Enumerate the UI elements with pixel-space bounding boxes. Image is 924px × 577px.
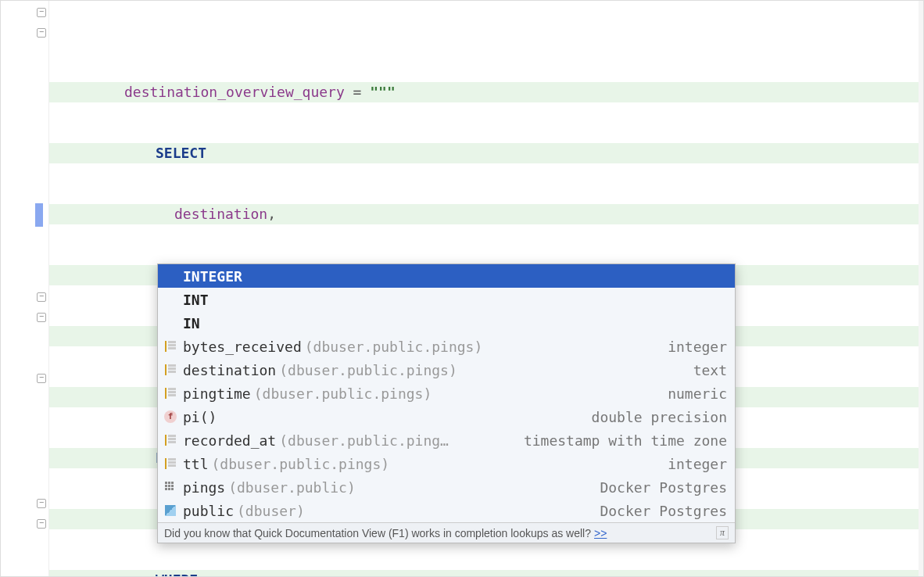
fold-marker[interactable] — [37, 519, 46, 529]
schema-icon — [163, 503, 178, 518]
completion-item[interactable]: ttl (dbuser.public.pings) integer — [158, 452, 735, 475]
pi-icon[interactable]: π — [716, 526, 729, 539]
table-icon — [163, 479, 178, 495]
autocomplete-popup[interactable]: INTEGER INT IN bytes_received (dbuser.pu… — [157, 263, 736, 543]
blank-icon — [163, 268, 178, 284]
column-icon — [163, 432, 178, 448]
fold-marker[interactable] — [37, 374, 46, 383]
function-icon: f — [163, 409, 178, 425]
column-icon — [163, 362, 178, 378]
blank-icon — [163, 292, 178, 307]
fold-marker[interactable] — [37, 8, 46, 17]
code-line: SELECT — [49, 143, 919, 163]
fold-marker[interactable] — [37, 313, 46, 322]
fold-marker[interactable] — [37, 292, 46, 302]
completion-item[interactable]: INT — [158, 288, 735, 311]
completion-item[interactable]: bytes_received (dbuser.public.pings) int… — [158, 335, 735, 358]
completion-item[interactable]: recorded_at (dbuser.public.ping… timesta… — [158, 428, 735, 452]
completion-footer: Did you know that Quick Documentation Vi… — [158, 522, 735, 543]
completion-item[interactable]: f pi() double precision — [158, 405, 735, 428]
fold-marker[interactable] — [37, 28, 46, 38]
fold-marker[interactable] — [37, 499, 46, 508]
blank-icon — [163, 315, 178, 331]
completion-item[interactable]: public (dbuser) Docker Postgres — [158, 499, 735, 522]
column-icon — [163, 339, 178, 354]
footer-link[interactable]: >> — [594, 527, 607, 539]
editor-gutter — [1, 1, 49, 576]
completion-item[interactable]: pingtime (dbuser.public.pings) numeric — [158, 382, 735, 405]
column-icon — [163, 456, 178, 471]
scrollbar[interactable] — [919, 1, 923, 576]
column-icon — [163, 385, 178, 401]
code-line: WHERE — [49, 570, 919, 577]
completion-item[interactable]: IN — [158, 311, 735, 335]
code-line: destination_overview_query = """ — [49, 82, 919, 102]
completion-item[interactable]: destination (dbuser.public.pings) text — [158, 358, 735, 382]
code-line: destination, — [49, 204, 919, 224]
footer-tip: Did you know that Quick Documentation Vi… — [164, 527, 591, 539]
change-marker — [35, 203, 43, 227]
completion-item[interactable]: pings (dbuser.public) Docker Postgres — [158, 475, 735, 499]
completion-item[interactable]: INTEGER — [158, 264, 735, 288]
